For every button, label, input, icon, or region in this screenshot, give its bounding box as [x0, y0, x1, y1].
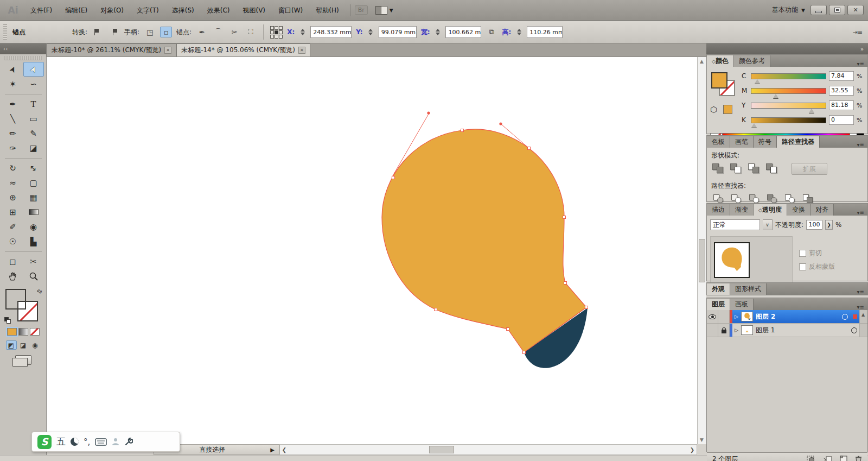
magenta-slider[interactable] [751, 88, 826, 94]
y-input[interactable]: 99.079 mm [379, 26, 417, 38]
swap-fill-stroke-icon[interactable]: ⇄ [35, 287, 44, 296]
free-transform-tool[interactable]: ▢ [23, 175, 44, 190]
layer-row-2[interactable]: ▷ 图层 2 ▲ [707, 310, 867, 324]
yellow-value[interactable]: 81.18 [829, 100, 854, 110]
tab-color[interactable]: ◇ 颜色 [707, 55, 734, 67]
delete-layer-icon[interactable] [855, 456, 862, 461]
gradient-mode-button[interactable] [18, 328, 28, 336]
cyan-slider[interactable] [751, 73, 826, 79]
close-button[interactable]: ✕ [847, 5, 864, 15]
layer-name[interactable]: 图层 1 [756, 326, 775, 335]
menu-type[interactable]: 文字(T) [130, 0, 165, 21]
draw-behind-button[interactable]: ◪ [18, 340, 29, 350]
restore-button[interactable] [829, 5, 845, 15]
type-tool[interactable]: T [23, 97, 44, 111]
show-handles-icon[interactable]: ◳ [144, 27, 156, 37]
outline-icon[interactable] [784, 193, 797, 204]
mesh-tool[interactable]: ⊞ [3, 205, 23, 219]
symbol-sprayer-tool[interactable]: ☉ [3, 234, 23, 249]
black-value[interactable]: 0 [829, 115, 854, 125]
scroll-right-icon[interactable]: ❯ [688, 447, 697, 453]
pencil-tool[interactable]: ✎ [23, 126, 44, 141]
tab-brushes[interactable]: 画笔 [730, 136, 754, 148]
tab-pathfinder[interactable]: 路径查找器 [777, 136, 820, 148]
tab-gradient[interactable]: 渐变 [730, 204, 754, 216]
workspace-switcher[interactable]: 基本功能 ▼ [772, 5, 805, 15]
in-gamut-swatch[interactable] [723, 105, 732, 114]
panel-menu-icon[interactable]: ▾≡ [857, 289, 867, 295]
menu-select[interactable]: 选择(S) [165, 0, 201, 21]
x-input[interactable]: 248.332 mm [310, 26, 352, 38]
artboard-tool[interactable]: ◻ [3, 254, 23, 269]
perspective-grid-tool[interactable]: ▦ [23, 190, 44, 205]
ime-mode-label[interactable]: 五 [56, 435, 66, 448]
horizontal-scrollbar[interactable]: ❮ ❯ [279, 444, 697, 455]
opacity-arrow-icon[interactable]: ❯ [825, 220, 833, 230]
magenta-value[interactable]: 32.55 [829, 86, 854, 96]
width-input[interactable]: 100.662 mm [445, 26, 481, 38]
ime-settings-icon[interactable] [124, 438, 133, 446]
blob-brush-tool[interactable]: ✑ [3, 141, 23, 155]
connect-path-icon[interactable]: ⌒ [212, 27, 224, 37]
trim-icon[interactable] [730, 193, 743, 204]
close-tab-icon[interactable]: ✕ [298, 47, 305, 54]
cut-path-icon[interactable]: ✂ [228, 27, 240, 37]
tab-swatches[interactable]: 色板 [707, 136, 730, 148]
make-clipping-mask-icon[interactable] [807, 456, 816, 461]
height-stepper[interactable] [515, 26, 522, 38]
clip-checkbox[interactable]: 剪切 [799, 249, 835, 258]
vertical-scrollbar[interactable]: ▲ ▼ [697, 57, 706, 444]
panel-menu-icon[interactable]: ▾≡ [857, 304, 867, 310]
rectangle-tool[interactable]: ▭ [23, 111, 44, 126]
expand-triangle-icon[interactable]: ▷ [735, 327, 738, 333]
arrange-documents-button[interactable]: ▼ [375, 6, 393, 15]
column-graph-tool[interactable]: ▙ [23, 234, 44, 249]
menu-view[interactable]: 视图(V) [236, 0, 272, 21]
tools-collapse-button[interactable]: ‹‹ [0, 43, 46, 54]
blend-mode-select[interactable]: 正常 [710, 219, 760, 230]
minus-front-icon[interactable] [730, 163, 743, 174]
menu-edit[interactable]: 编辑(E) [59, 0, 94, 21]
divide-icon[interactable] [712, 193, 725, 204]
object-thumbnail[interactable] [714, 242, 750, 278]
new-sublayer-icon[interactable] [823, 456, 833, 461]
menu-object[interactable]: 对象(O) [94, 0, 130, 21]
menu-window[interactable]: 窗口(W) [272, 0, 309, 21]
visibility-toggle[interactable] [707, 324, 718, 337]
paintbrush-tool[interactable]: ✏ [3, 126, 23, 141]
tab-align[interactable]: 对齐 [810, 204, 834, 216]
lock-toggle[interactable] [718, 310, 730, 323]
x-stepper[interactable] [299, 26, 306, 38]
layers-scrollbar[interactable]: ▲ [859, 310, 867, 323]
hand-tool[interactable] [3, 269, 23, 283]
ime-logo[interactable]: S [37, 435, 52, 449]
cyan-value[interactable]: 7.84 [829, 71, 854, 81]
tools-grip[interactable] [4, 56, 42, 60]
yellow-slider[interactable] [751, 103, 826, 109]
expand-button[interactable]: 扩展 [792, 163, 827, 175]
magic-wand-tool[interactable]: ✶ [3, 77, 23, 91]
document-tab-1[interactable]: 未标题-10* @ 261.1% (CMYK/预览) ✕ [47, 43, 176, 56]
ime-keyboard-icon[interactable] [95, 438, 107, 446]
crop-icon[interactable] [766, 193, 779, 204]
none-mode-button[interactable] [30, 328, 40, 336]
fill-swatch[interactable] [5, 289, 26, 310]
layers-scrollbar[interactable] [859, 324, 867, 337]
scroll-left-icon[interactable]: ❮ [280, 447, 289, 453]
tab-stroke[interactable]: 描边 [707, 204, 730, 216]
draw-normal-button[interactable]: ◩ [6, 340, 17, 350]
bridge-button[interactable]: Br [355, 5, 368, 15]
close-tab-icon[interactable]: ✕ [164, 47, 171, 54]
selection-tool[interactable]: ➤ [3, 62, 23, 77]
isolate-selection-icon[interactable]: ⛶ [245, 27, 257, 37]
vertical-scroll-thumb[interactable] [699, 239, 705, 282]
width-tool[interactable]: ≈ [3, 175, 23, 190]
menu-file[interactable]: 文件(F) [24, 0, 59, 21]
intersect-icon[interactable] [748, 163, 761, 174]
scroll-down-icon[interactable]: ▼ [700, 437, 704, 443]
tab-artboards[interactable]: 画板 [730, 299, 754, 310]
canvas[interactable] [47, 57, 697, 444]
panel-menu-icon[interactable]: ▾≡ [857, 142, 867, 148]
ime-profile-icon[interactable] [112, 438, 119, 446]
menu-help[interactable]: 帮助(H) [309, 0, 345, 21]
